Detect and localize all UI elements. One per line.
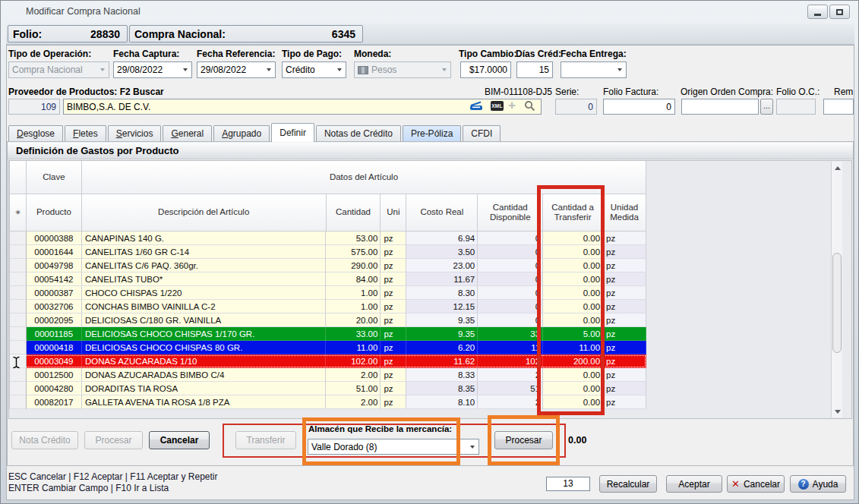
cell-uni[interactable]: pz: [381, 272, 406, 286]
cell-costo_real[interactable]: 6.20: [406, 341, 478, 354]
ayuda-button[interactable]: ? Ayuda: [790, 475, 846, 493]
cell-cant_disponible[interactable]: 0: [478, 259, 543, 272]
chevron-down-icon[interactable]: [179, 62, 191, 77]
cell-cantidad[interactable]: 84.00: [326, 272, 381, 286]
cell-unidad_medida[interactable]: pz: [603, 327, 646, 341]
table-row[interactable]: 00001185DELICIOSAS CHOCO CHISPAS 1/170 G…: [10, 327, 646, 341]
cell-unidad_medida[interactable]: pz: [603, 368, 646, 382]
fecha-referencia-select[interactable]: 29/08/2022: [197, 61, 276, 78]
scroll-down-icon[interactable]: [832, 405, 843, 417]
cell-uni[interactable]: pz: [381, 259, 406, 272]
procesar-transfer-button[interactable]: Procesar: [494, 431, 553, 449]
cell-producto[interactable]: 00012500: [27, 368, 82, 382]
cell-descripcion[interactable]: DORADITAS TIA ROSA: [82, 382, 327, 395]
cell-cant_transferir[interactable]: 0.00: [543, 272, 603, 286]
col-producto[interactable]: Producto: [27, 194, 82, 232]
cell-cant_transferir[interactable]: 0.00: [543, 259, 603, 272]
table-row[interactable]: 00000388CANAPINAS 140 G.53.00pz6.9400.00…: [10, 232, 646, 245]
scanner-icon[interactable]: [469, 100, 485, 112]
col-cantidad[interactable]: Cantidad: [327, 194, 381, 232]
cell-cant_transferir[interactable]: 0.00: [543, 232, 603, 245]
table-row[interactable]: 00003049DONAS AZUCARADAS 1/10102.00pz11.…: [10, 354, 646, 368]
tab-notas-de-cr-dito[interactable]: Notas de Crédito: [316, 125, 401, 142]
tipo-cambio-input[interactable]: $17.0000: [460, 61, 511, 78]
cell-cant_transferir[interactable]: 0.00: [543, 245, 603, 259]
almacen-select[interactable]: Valle Dorado (8): [308, 439, 479, 455]
cell-descripcion[interactable]: CHOCO CHISPAS 1/220: [82, 286, 327, 300]
row-header[interactable]: [10, 382, 27, 395]
cell-costo_real[interactable]: 9.35: [406, 327, 478, 341]
fecha-captura-select[interactable]: 29/08/2022: [113, 61, 192, 78]
cell-cant_transferir[interactable]: 0.00: [543, 313, 603, 327]
cell-cantidad[interactable]: 2.00: [326, 395, 381, 409]
row-header[interactable]: [10, 232, 27, 245]
table-row[interactable]: 00004280DORADITAS TIA ROSA51.00pz8.35510…: [10, 382, 646, 395]
cell-uni[interactable]: pz: [381, 327, 406, 341]
cell-descripcion[interactable]: CANELITAS C/6 PAQ. 360gr.: [82, 259, 327, 272]
cell-descripcion[interactable]: DELICIOSAS CHOCO CHISPAS 1/170 GR.: [82, 327, 327, 341]
col-uni[interactable]: Uni: [381, 194, 406, 232]
cell-cantidad[interactable]: 51.00: [326, 382, 381, 395]
xml-icon[interactable]: XML: [491, 101, 504, 111]
search-icon[interactable]: [524, 100, 535, 112]
cell-cant_disponible[interactable]: 102: [478, 354, 543, 368]
cell-descripcion[interactable]: DELICIOSAS C/180 GR. VAINILLA: [82, 313, 327, 327]
cell-cantidad[interactable]: 102.00: [326, 354, 381, 368]
procesar-left-button[interactable]: Procesar: [84, 431, 143, 449]
cell-producto[interactable]: 00004280: [27, 382, 82, 395]
tipo-pago-select[interactable]: Crédito: [282, 61, 346, 78]
transferir-button[interactable]: Transferir: [235, 431, 296, 449]
cell-unidad_medida[interactable]: pz: [603, 245, 646, 259]
cell-unidad_medida[interactable]: pz: [603, 232, 646, 245]
aceptar-button[interactable]: Aceptar: [666, 475, 722, 493]
cell-cant_disponible[interactable]: 11: [478, 341, 543, 354]
tab-definir[interactable]: Definir: [271, 123, 314, 142]
cell-costo_real[interactable]: 12.15: [406, 300, 478, 313]
cell-costo_real[interactable]: 23.00: [406, 259, 478, 272]
row-header[interactable]: [10, 313, 27, 327]
cancelar-button[interactable]: ✕ Cancelar: [727, 475, 785, 493]
cell-descripcion[interactable]: CONCHAS BIMBO VAINILLA C-2: [82, 300, 327, 313]
moneda-select[interactable]: Pesos: [354, 61, 451, 78]
cell-costo_real[interactable]: 11.67: [406, 272, 478, 286]
proveedor-code-input[interactable]: 109: [8, 99, 60, 115]
chevron-down-icon[interactable]: [614, 62, 626, 77]
cancelar-grid-button[interactable]: Cancelar: [149, 431, 210, 449]
row-header[interactable]: [10, 259, 27, 272]
col-cantidad-disponible[interactable]: Cantidad Disponible: [478, 194, 543, 232]
minimize-button[interactable]: [807, 5, 828, 19]
cell-uni[interactable]: pz: [381, 368, 406, 382]
cell-cantidad[interactable]: 1.00: [326, 300, 381, 313]
cell-producto[interactable]: 00000388: [27, 232, 82, 245]
vertical-scrollbar[interactable]: [831, 162, 842, 417]
cell-cantidad[interactable]: 20.00: [326, 313, 381, 327]
folio-oc-input[interactable]: [776, 99, 816, 115]
tab-pre-p-liza[interactable]: Pre-Póliza: [403, 125, 461, 142]
col-descripcion[interactable]: Descripción del Artículo: [82, 194, 327, 232]
cell-costo_real[interactable]: 6.94: [406, 232, 478, 245]
cell-cant_disponible[interactable]: 0: [478, 313, 543, 327]
cell-costo_real[interactable]: 3.50: [406, 245, 478, 259]
cell-cantidad[interactable]: 290.00: [326, 259, 381, 272]
cell-unidad_medida[interactable]: pz: [603, 259, 646, 272]
cell-costo_real[interactable]: 8.10: [406, 395, 478, 409]
tab-fletes[interactable]: Fletes: [65, 125, 106, 142]
cell-producto[interactable]: 00003049: [27, 354, 82, 368]
cell-cantidad[interactable]: 53.00: [326, 232, 381, 245]
cell-descripcion[interactable]: CANAPINAS 140 G.: [82, 232, 327, 245]
origen-orden-browse-button[interactable]: ...: [760, 99, 773, 115]
tab-desglose[interactable]: Desglose: [8, 125, 63, 142]
tab-servicios[interactable]: Servicios: [108, 125, 162, 142]
cell-cant_transferir[interactable]: 0.00: [543, 368, 603, 382]
cell-cant_disponible[interactable]: 0: [478, 300, 543, 313]
cell-uni[interactable]: pz: [381, 341, 406, 354]
cell-unidad_medida[interactable]: pz: [603, 272, 646, 286]
table-row[interactable]: 00012500DONAS AZUCARADAS BIMBO C/42.00pz…: [10, 368, 646, 382]
cell-producto[interactable]: 00082017: [27, 395, 82, 409]
cell-cant_transferir[interactable]: 0.00: [543, 382, 603, 395]
origen-orden-input[interactable]: [681, 99, 759, 115]
cell-cant_disponible[interactable]: 33: [478, 327, 543, 341]
cell-unidad_medida[interactable]: pz: [603, 395, 646, 409]
col-cantidad-a-transferir[interactable]: Cantidad a Transferir: [543, 194, 603, 232]
row-header[interactable]: [10, 327, 27, 341]
